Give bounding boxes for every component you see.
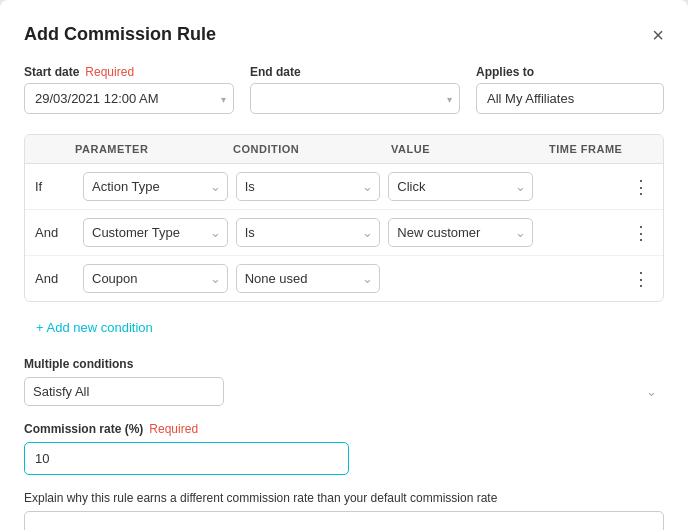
row-1-more-button[interactable]: ⋮	[629, 176, 653, 198]
multiple-conditions-label: Multiple conditions	[24, 357, 664, 371]
condition-row-1: If Action Type Is Click ⋮	[25, 164, 663, 210]
row-2-condition-wrapper: Is	[236, 218, 381, 247]
row-3-parameter-select[interactable]: Coupon	[83, 264, 228, 293]
modal-header: Add Commission Rule ×	[24, 24, 664, 45]
commission-rate-input[interactable]	[24, 442, 349, 475]
explain-label: Explain why this rule earns a different …	[24, 491, 664, 505]
row-2-parameter-select[interactable]: Customer Type	[83, 218, 228, 247]
end-date-input[interactable]	[250, 83, 460, 114]
row-3-condition-wrapper: None used	[236, 264, 381, 293]
row-1-value-select[interactable]: Click	[388, 172, 533, 201]
end-date-label: End date	[250, 65, 460, 79]
add-commission-rule-modal: Add Commission Rule × Start date Require…	[0, 0, 688, 530]
close-button[interactable]: ×	[652, 25, 664, 45]
commission-rate-group: Commission rate (%) Required	[24, 422, 664, 475]
start-date-wrapper: ▾	[24, 83, 234, 114]
applies-to-input[interactable]	[476, 83, 664, 114]
header-time-frame: TIME FRAME	[549, 143, 629, 155]
dates-row: Start date Required ▾ End date ▾ Applies…	[24, 65, 664, 114]
row-2-value-select[interactable]: New customer	[388, 218, 533, 247]
start-date-label: Start date Required	[24, 65, 234, 79]
header-condition: CONDITION	[233, 143, 391, 155]
applies-to-group: Applies to	[476, 65, 664, 114]
condition-row-2: And Customer Type Is New customer ⋮	[25, 210, 663, 256]
add-condition-link[interactable]: + Add new condition	[24, 314, 165, 341]
header-actions-empty	[629, 143, 653, 155]
header-empty	[35, 143, 75, 155]
row-1-label: If	[35, 179, 75, 194]
header-value: VALUE	[391, 143, 549, 155]
row-3-label: And	[35, 271, 75, 286]
row-2-value-wrapper: New customer	[388, 218, 533, 247]
row-1-condition-wrapper: Is	[236, 172, 381, 201]
multiple-conditions-group: Multiple conditions Satisfy All Satisfy …	[24, 357, 664, 406]
header-parameter: PARAMETER	[75, 143, 233, 155]
applies-to-label: Applies to	[476, 65, 664, 79]
row-2-more-button[interactable]: ⋮	[629, 222, 653, 244]
explain-section: Explain why this rule earns a different …	[24, 491, 664, 530]
multiple-conditions-select-wrapper: Satisfy All Satisfy Any	[24, 377, 664, 406]
row-2-parameter-wrapper: Customer Type	[83, 218, 228, 247]
row-1-value-wrapper: Click	[388, 172, 533, 201]
modal-title: Add Commission Rule	[24, 24, 216, 45]
row-3-condition-select[interactable]: None used	[236, 264, 381, 293]
start-date-input[interactable]	[24, 83, 234, 114]
end-date-group: End date ▾	[250, 65, 460, 114]
multiple-conditions-select[interactable]: Satisfy All Satisfy Any	[24, 377, 224, 406]
condition-row-3: And Coupon None used ⋮	[25, 256, 663, 301]
row-1-parameter-wrapper: Action Type	[83, 172, 228, 201]
conditions-table: PARAMETER CONDITION VALUE TIME FRAME If …	[24, 134, 664, 302]
end-date-wrapper: ▾	[250, 83, 460, 114]
row-2-label: And	[35, 225, 75, 240]
commission-rate-label: Commission rate (%) Required	[24, 422, 664, 436]
start-date-group: Start date Required ▾	[24, 65, 234, 114]
row-1-condition-select[interactable]: Is	[236, 172, 381, 201]
row-3-more-button[interactable]: ⋮	[629, 268, 653, 290]
row-2-condition-select[interactable]: Is	[236, 218, 381, 247]
conditions-header: PARAMETER CONDITION VALUE TIME FRAME	[25, 135, 663, 164]
explain-textarea[interactable]	[24, 511, 664, 530]
row-1-parameter-select[interactable]: Action Type	[83, 172, 228, 201]
row-3-parameter-wrapper: Coupon	[83, 264, 228, 293]
